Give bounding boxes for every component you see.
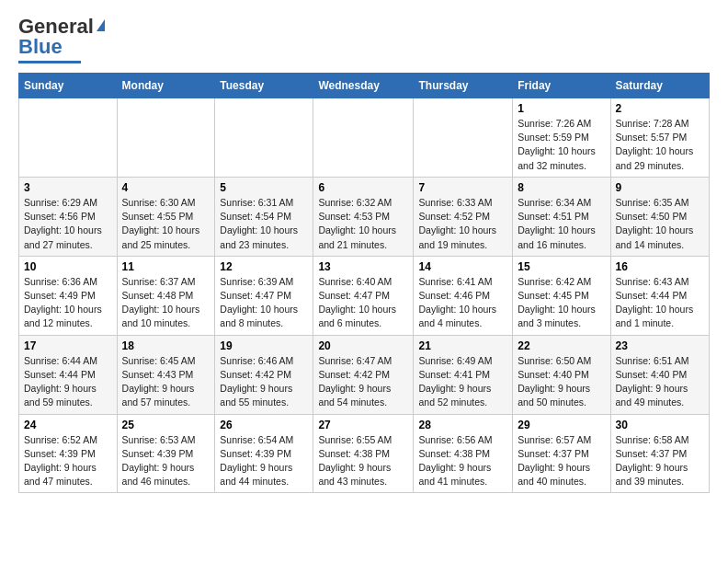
weekday-header: Monday bbox=[117, 74, 215, 98]
day-info: Sunrise: 6:50 AM Sunset: 4:40 PM Dayligh… bbox=[518, 354, 605, 410]
day-info: Sunrise: 6:36 AM Sunset: 4:49 PM Dayligh… bbox=[24, 275, 112, 331]
calendar-week-row: 10Sunrise: 6:36 AM Sunset: 4:49 PM Dayli… bbox=[19, 256, 710, 335]
weekday-header: Tuesday bbox=[215, 74, 313, 98]
day-info: Sunrise: 6:42 AM Sunset: 4:45 PM Dayligh… bbox=[518, 275, 605, 331]
day-info: Sunrise: 7:28 AM Sunset: 5:57 PM Dayligh… bbox=[616, 117, 705, 173]
day-info: Sunrise: 6:53 AM Sunset: 4:39 PM Dayligh… bbox=[122, 433, 210, 489]
day-number: 18 bbox=[122, 339, 210, 352]
day-number: 27 bbox=[318, 419, 408, 431]
weekday-header: Wednesday bbox=[313, 74, 414, 98]
day-number: 15 bbox=[518, 260, 605, 273]
day-info: Sunrise: 6:52 AM Sunset: 4:39 PM Dayligh… bbox=[24, 433, 112, 489]
day-info: Sunrise: 6:33 AM Sunset: 4:52 PM Dayligh… bbox=[418, 196, 507, 252]
day-number: 28 bbox=[418, 419, 507, 431]
calendar-cell: 26Sunrise: 6:54 AM Sunset: 4:39 PM Dayli… bbox=[215, 414, 313, 493]
day-number: 4 bbox=[122, 181, 210, 194]
calendar-cell: 11Sunrise: 6:37 AM Sunset: 4:48 PM Dayli… bbox=[117, 256, 215, 335]
calendar-cell: 27Sunrise: 6:55 AM Sunset: 4:38 PM Dayli… bbox=[313, 414, 414, 493]
day-number: 12 bbox=[220, 260, 308, 273]
calendar-cell: 30Sunrise: 6:58 AM Sunset: 4:37 PM Dayli… bbox=[610, 414, 710, 493]
day-info: Sunrise: 6:55 AM Sunset: 4:38 PM Dayligh… bbox=[318, 433, 408, 489]
calendar-cell: 4Sunrise: 6:30 AM Sunset: 4:55 PM Daylig… bbox=[117, 177, 215, 256]
day-number: 2 bbox=[616, 102, 705, 115]
calendar-cell: 2Sunrise: 7:28 AM Sunset: 5:57 PM Daylig… bbox=[610, 98, 710, 178]
day-info: Sunrise: 7:26 AM Sunset: 5:59 PM Dayligh… bbox=[518, 117, 605, 173]
calendar-cell: 13Sunrise: 6:40 AM Sunset: 4:47 PM Dayli… bbox=[313, 256, 414, 335]
calendar-cell: 14Sunrise: 6:41 AM Sunset: 4:46 PM Dayli… bbox=[414, 256, 513, 335]
day-number: 11 bbox=[122, 260, 210, 273]
day-info: Sunrise: 6:37 AM Sunset: 4:48 PM Dayligh… bbox=[122, 275, 210, 331]
day-info: Sunrise: 6:57 AM Sunset: 4:37 PM Dayligh… bbox=[518, 433, 605, 489]
calendar-cell: 6Sunrise: 6:32 AM Sunset: 4:53 PM Daylig… bbox=[313, 177, 414, 256]
day-number: 30 bbox=[616, 419, 705, 431]
day-number: 23 bbox=[616, 339, 705, 352]
day-info: Sunrise: 6:49 AM Sunset: 4:41 PM Dayligh… bbox=[418, 354, 507, 410]
calendar-cell: 22Sunrise: 6:50 AM Sunset: 4:40 PM Dayli… bbox=[513, 335, 610, 414]
weekday-header: Friday bbox=[513, 74, 610, 98]
day-number: 10 bbox=[24, 260, 112, 273]
day-info: Sunrise: 6:29 AM Sunset: 4:56 PM Dayligh… bbox=[24, 196, 112, 252]
day-number: 6 bbox=[318, 181, 408, 194]
calendar-cell bbox=[215, 98, 313, 178]
day-info: Sunrise: 6:41 AM Sunset: 4:46 PM Dayligh… bbox=[418, 275, 507, 331]
day-number: 8 bbox=[518, 181, 605, 194]
page: General Blue SundayMondayTuesdayWednesda… bbox=[0, 0, 728, 508]
day-info: Sunrise: 6:39 AM Sunset: 4:47 PM Dayligh… bbox=[220, 275, 308, 331]
calendar-cell: 12Sunrise: 6:39 AM Sunset: 4:47 PM Dayli… bbox=[215, 256, 313, 335]
day-info: Sunrise: 6:51 AM Sunset: 4:40 PM Dayligh… bbox=[616, 354, 705, 410]
calendar-cell: 17Sunrise: 6:44 AM Sunset: 4:44 PM Dayli… bbox=[19, 335, 118, 414]
logo: General Blue bbox=[18, 15, 105, 63]
day-info: Sunrise: 6:35 AM Sunset: 4:50 PM Dayligh… bbox=[616, 196, 705, 252]
day-number: 22 bbox=[518, 339, 605, 352]
day-info: Sunrise: 6:32 AM Sunset: 4:53 PM Dayligh… bbox=[318, 196, 408, 252]
weekday-header: Thursday bbox=[414, 74, 513, 98]
day-info: Sunrise: 6:30 AM Sunset: 4:55 PM Dayligh… bbox=[122, 196, 210, 252]
day-number: 13 bbox=[318, 260, 408, 273]
day-number: 3 bbox=[24, 181, 112, 194]
day-info: Sunrise: 6:56 AM Sunset: 4:38 PM Dayligh… bbox=[418, 433, 507, 489]
calendar-cell: 10Sunrise: 6:36 AM Sunset: 4:49 PM Dayli… bbox=[19, 256, 118, 335]
day-info: Sunrise: 6:47 AM Sunset: 4:42 PM Dayligh… bbox=[318, 354, 408, 410]
logo-blue-text: Blue bbox=[18, 35, 63, 59]
calendar-table: SundayMondayTuesdayWednesdayThursdayFrid… bbox=[18, 73, 710, 493]
calendar-cell: 25Sunrise: 6:53 AM Sunset: 4:39 PM Dayli… bbox=[117, 414, 215, 493]
calendar-cell: 19Sunrise: 6:46 AM Sunset: 4:42 PM Dayli… bbox=[215, 335, 313, 414]
calendar-cell: 28Sunrise: 6:56 AM Sunset: 4:38 PM Dayli… bbox=[414, 414, 513, 493]
day-info: Sunrise: 6:58 AM Sunset: 4:37 PM Dayligh… bbox=[616, 433, 705, 489]
day-number: 21 bbox=[418, 339, 507, 352]
calendar-cell: 7Sunrise: 6:33 AM Sunset: 4:52 PM Daylig… bbox=[414, 177, 513, 256]
day-info: Sunrise: 6:45 AM Sunset: 4:43 PM Dayligh… bbox=[122, 354, 210, 410]
calendar-cell: 8Sunrise: 6:34 AM Sunset: 4:51 PM Daylig… bbox=[513, 177, 610, 256]
day-number: 25 bbox=[122, 419, 210, 431]
calendar-cell bbox=[313, 98, 414, 178]
day-number: 16 bbox=[616, 260, 705, 273]
calendar-cell: 1Sunrise: 7:26 AM Sunset: 5:59 PM Daylig… bbox=[513, 98, 610, 178]
calendar-week-row: 24Sunrise: 6:52 AM Sunset: 4:39 PM Dayli… bbox=[19, 414, 710, 493]
day-number: 29 bbox=[518, 419, 605, 431]
calendar-cell: 15Sunrise: 6:42 AM Sunset: 4:45 PM Dayli… bbox=[513, 256, 610, 335]
calendar-cell: 18Sunrise: 6:45 AM Sunset: 4:43 PM Dayli… bbox=[117, 335, 215, 414]
calendar-cell: 29Sunrise: 6:57 AM Sunset: 4:37 PM Dayli… bbox=[513, 414, 610, 493]
calendar-week-row: 17Sunrise: 6:44 AM Sunset: 4:44 PM Dayli… bbox=[19, 335, 710, 414]
calendar-cell: 16Sunrise: 6:43 AM Sunset: 4:44 PM Dayli… bbox=[610, 256, 710, 335]
day-info: Sunrise: 6:54 AM Sunset: 4:39 PM Dayligh… bbox=[220, 433, 308, 489]
calendar-cell: 20Sunrise: 6:47 AM Sunset: 4:42 PM Dayli… bbox=[313, 335, 414, 414]
calendar-week-row: 1Sunrise: 7:26 AM Sunset: 5:59 PM Daylig… bbox=[19, 98, 710, 178]
calendar-cell: 24Sunrise: 6:52 AM Sunset: 4:39 PM Dayli… bbox=[19, 414, 118, 493]
calendar-cell: 9Sunrise: 6:35 AM Sunset: 4:50 PM Daylig… bbox=[610, 177, 710, 256]
logo-underline bbox=[18, 61, 81, 63]
calendar-cell: 5Sunrise: 6:31 AM Sunset: 4:54 PM Daylig… bbox=[215, 177, 313, 256]
day-info: Sunrise: 6:44 AM Sunset: 4:44 PM Dayligh… bbox=[24, 354, 112, 410]
calendar-cell: 3Sunrise: 6:29 AM Sunset: 4:56 PM Daylig… bbox=[19, 177, 118, 256]
calendar-cell bbox=[19, 98, 118, 178]
day-info: Sunrise: 6:46 AM Sunset: 4:42 PM Dayligh… bbox=[220, 354, 308, 410]
logo-icon bbox=[97, 19, 105, 31]
day-number: 1 bbox=[518, 102, 605, 115]
day-info: Sunrise: 6:31 AM Sunset: 4:54 PM Dayligh… bbox=[220, 196, 308, 252]
day-info: Sunrise: 6:34 AM Sunset: 4:51 PM Dayligh… bbox=[518, 196, 605, 252]
day-number: 5 bbox=[220, 181, 308, 194]
day-number: 19 bbox=[220, 339, 308, 352]
calendar-cell: 23Sunrise: 6:51 AM Sunset: 4:40 PM Dayli… bbox=[610, 335, 710, 414]
day-number: 14 bbox=[418, 260, 507, 273]
day-number: 24 bbox=[24, 419, 112, 431]
